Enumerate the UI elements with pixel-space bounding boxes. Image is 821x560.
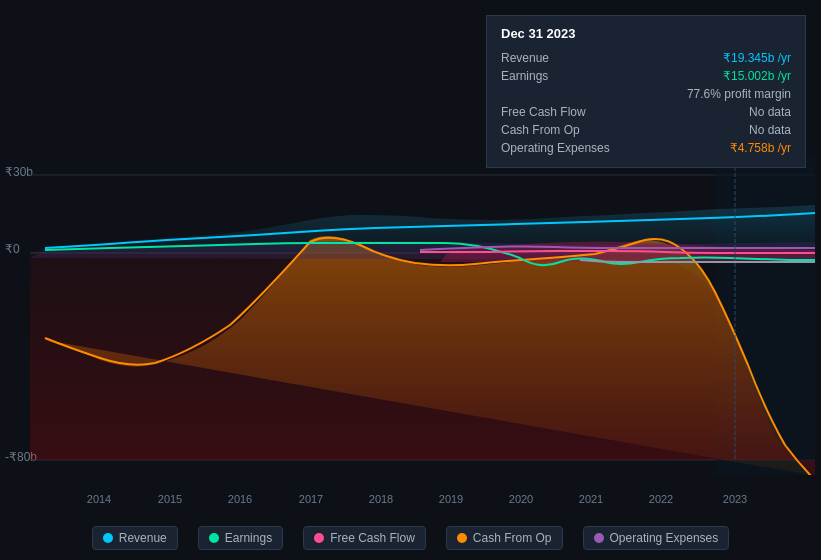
tooltip-box: Dec 31 2023 Revenue ₹19.345b /yr Earning… — [486, 15, 806, 168]
legend-item-free-cash-flow[interactable]: Free Cash Flow — [303, 526, 426, 550]
x-label-2014: 2014 — [87, 493, 111, 505]
tooltip-row-operating-expenses: Operating Expenses ₹4.758b /yr — [501, 139, 791, 157]
legend-dot-revenue — [103, 533, 113, 543]
legend-dot-free-cash-flow — [314, 533, 324, 543]
tooltip-value-free-cash-flow: No data — [749, 105, 791, 119]
legend-item-revenue[interactable]: Revenue — [92, 526, 178, 550]
legend-item-earnings[interactable]: Earnings — [198, 526, 283, 550]
legend-dot-earnings — [209, 533, 219, 543]
legend-item-cash-from-op[interactable]: Cash From Op — [446, 526, 563, 550]
tooltip-row-profit-margin: 77.6% profit margin — [501, 85, 791, 103]
x-label-2018: 2018 — [369, 493, 393, 505]
tooltip-row-free-cash-flow: Free Cash Flow No data — [501, 103, 791, 121]
x-label-2019: 2019 — [439, 493, 463, 505]
legend-label-earnings: Earnings — [225, 531, 272, 545]
x-label-2022: 2022 — [649, 493, 673, 505]
legend-label-operating-expenses: Operating Expenses — [610, 531, 719, 545]
legend-item-operating-expenses[interactable]: Operating Expenses — [583, 526, 730, 550]
x-label-2020: 2020 — [509, 493, 533, 505]
tooltip-date: Dec 31 2023 — [501, 26, 791, 41]
tooltip-label-earnings: Earnings — [501, 69, 611, 83]
tooltip-value-operating-expenses: ₹4.758b /yr — [730, 141, 791, 155]
x-label-2015: 2015 — [158, 493, 182, 505]
legend: Revenue Earnings Free Cash Flow Cash Fro… — [0, 526, 821, 550]
tooltip-label-free-cash-flow: Free Cash Flow — [501, 105, 611, 119]
tooltip-value-cash-from-op: No data — [749, 123, 791, 137]
legend-dot-operating-expenses — [594, 533, 604, 543]
x-label-2021: 2021 — [579, 493, 603, 505]
x-label-2023: 2023 — [723, 493, 747, 505]
tooltip-label-cash-from-op: Cash From Op — [501, 123, 611, 137]
tooltip-value-profit-margin: 77.6% profit margin — [687, 87, 791, 101]
tooltip-label-revenue: Revenue — [501, 51, 611, 65]
tooltip-value-revenue: ₹19.345b /yr — [723, 51, 791, 65]
legend-label-revenue: Revenue — [119, 531, 167, 545]
tooltip-label-operating-expenses: Operating Expenses — [501, 141, 611, 155]
x-label-2016: 2016 — [228, 493, 252, 505]
chart-container: Dec 31 2023 Revenue ₹19.345b /yr Earning… — [0, 0, 821, 560]
tooltip-row-revenue: Revenue ₹19.345b /yr — [501, 49, 791, 67]
legend-label-free-cash-flow: Free Cash Flow — [330, 531, 415, 545]
tooltip-row-earnings: Earnings ₹15.002b /yr — [501, 67, 791, 85]
x-label-2017: 2017 — [299, 493, 323, 505]
tooltip-value-earnings: ₹15.002b /yr — [723, 69, 791, 83]
legend-dot-cash-from-op — [457, 533, 467, 543]
legend-label-cash-from-op: Cash From Op — [473, 531, 552, 545]
tooltip-row-cash-from-op: Cash From Op No data — [501, 121, 791, 139]
